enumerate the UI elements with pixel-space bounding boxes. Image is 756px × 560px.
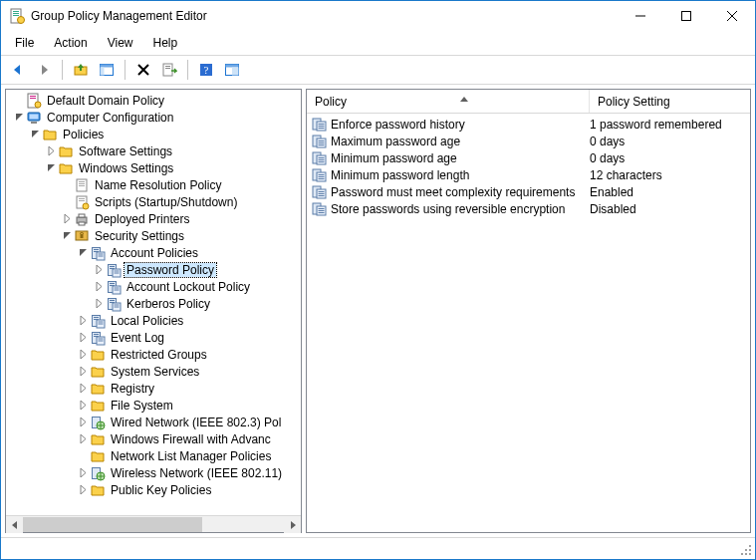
expander-closed-icon[interactable] (92, 265, 106, 274)
tree-row[interactable]: System Services (6, 363, 301, 380)
tree-row[interactable]: Kerberos Policy (6, 295, 301, 312)
expander-closed-icon[interactable] (76, 333, 90, 342)
tree-row[interactable]: Wireless Network (IEEE 802.11) (6, 464, 301, 481)
svg-rect-49 (115, 270, 120, 271)
list-row[interactable]: Minimum password length12 characters (307, 166, 750, 183)
list-row[interactable]: Enforce password history1 password remem… (307, 116, 750, 133)
menu-help[interactable]: Help (143, 33, 188, 53)
svg-rect-64 (94, 317, 99, 318)
svg-point-33 (83, 203, 89, 209)
tree-row[interactable]: Registry (6, 380, 301, 397)
filter-button[interactable] (220, 59, 244, 81)
tree-label: Security Settings (93, 229, 186, 243)
list-view[interactable]: Enforce password history1 password remem… (307, 114, 750, 532)
panes-icon (99, 62, 115, 78)
help-icon: ? (198, 62, 214, 78)
menu-action[interactable]: Action (44, 33, 97, 53)
expander-closed-icon[interactable] (76, 384, 90, 393)
tree-row[interactable]: Restricted Groups (6, 346, 301, 363)
tree-row[interactable]: Software Settings (6, 142, 301, 159)
list-row[interactable]: Password must meet complexity requiremen… (307, 183, 750, 200)
column-policy[interactable]: Policy (307, 90, 590, 113)
svg-rect-13 (165, 68, 170, 69)
tree-row[interactable]: Password Policy (6, 261, 301, 278)
svg-rect-86 (319, 140, 325, 141)
tree-row[interactable]: Policies (6, 126, 301, 142)
expander-closed-icon[interactable] (76, 485, 90, 494)
up-button[interactable] (69, 59, 93, 81)
tree-row[interactable]: Windows Settings (6, 159, 301, 176)
help-button[interactable]: ? (194, 59, 218, 81)
tree-row[interactable]: Default Domain Policy (6, 92, 301, 109)
horizontal-scrollbar[interactable] (6, 515, 301, 532)
back-button[interactable] (6, 59, 30, 81)
tree-row[interactable]: Scripts (Startup/Shutdown) (6, 193, 301, 210)
tree-row[interactable]: Account Lockout Policy (6, 278, 301, 295)
tree-row[interactable]: Event Log (6, 329, 301, 346)
expander-closed-icon[interactable] (76, 468, 90, 477)
tree-row[interactable]: Name Resolution Policy (6, 176, 301, 193)
tree-view[interactable]: Default Domain PolicyComputer Configurat… (6, 90, 301, 515)
tree-row[interactable]: Wired Network (IEEE 802.3) Pol (6, 414, 301, 430)
svg-rect-12 (165, 66, 170, 67)
expander-closed-icon[interactable] (76, 350, 90, 359)
expander-closed-icon[interactable] (44, 146, 58, 155)
menu-file[interactable]: File (5, 33, 44, 53)
scroll-left-arrow-icon[interactable] (6, 516, 23, 533)
forward-button[interactable] (32, 59, 56, 81)
svg-rect-36 (79, 222, 85, 225)
svg-rect-106 (319, 208, 325, 209)
expander-closed-icon[interactable] (76, 418, 90, 426)
show-hide-tree-button[interactable] (95, 59, 119, 81)
list-row[interactable]: Minimum password age0 days (307, 149, 750, 166)
svg-rect-17 (226, 65, 239, 68)
expander-closed-icon[interactable] (76, 367, 90, 376)
policy-value: 0 days (590, 135, 625, 148)
list-row[interactable]: Store passwords using reversible encrypt… (307, 200, 750, 217)
menu-view[interactable]: View (98, 33, 143, 53)
tree-row[interactable]: Local Policies (6, 312, 301, 329)
policy-name: Store passwords using reversible encrypt… (331, 202, 565, 216)
expander-open-icon[interactable] (60, 231, 74, 240)
tree-row[interactable]: Public Key Policies (6, 481, 301, 498)
tree-row[interactable]: Network List Manager Policies (6, 447, 301, 464)
close-button[interactable] (709, 1, 755, 31)
maximize-button[interactable] (663, 1, 709, 31)
delete-button[interactable] (131, 59, 155, 81)
folder-icon (58, 143, 74, 159)
tree-row[interactable]: Windows Firewall with Advanc (6, 430, 301, 447)
svg-rect-107 (319, 210, 325, 211)
list-header: Policy Policy Setting (307, 90, 750, 114)
list-row[interactable]: Maximum password age0 days (307, 133, 750, 149)
expander-closed-icon[interactable] (92, 282, 106, 291)
minimize-button[interactable] (618, 1, 663, 31)
scroll-right-arrow-icon[interactable] (284, 516, 301, 533)
setting-icon (311, 167, 327, 183)
tree-label: Account Policies (109, 246, 200, 260)
expander-open-icon[interactable] (76, 248, 90, 257)
expander-open-icon[interactable] (12, 113, 26, 122)
svg-rect-81 (319, 124, 325, 125)
svg-rect-61 (115, 304, 120, 305)
svg-rect-87 (319, 142, 325, 143)
resize-grip-icon[interactable] (741, 545, 753, 557)
tree-row[interactable]: Account Policies (6, 244, 301, 261)
expander-closed-icon[interactable] (76, 434, 90, 443)
tree-label: System Services (109, 365, 201, 379)
expander-closed-icon[interactable] (92, 299, 106, 308)
expander-closed-icon[interactable] (76, 401, 90, 410)
expander-open-icon[interactable] (28, 130, 42, 139)
folder-icon (90, 364, 106, 380)
scroll-thumb[interactable] (23, 517, 202, 532)
column-setting[interactable]: Policy Setting (590, 90, 739, 113)
tree-row[interactable]: Deployed Printers (6, 210, 301, 227)
export-button[interactable] (157, 59, 181, 81)
tree-row[interactable]: Computer Configuration (6, 109, 301, 126)
expander-open-icon[interactable] (44, 163, 58, 172)
expander-closed-icon[interactable] (76, 316, 90, 325)
tree-row[interactable]: File System (6, 397, 301, 414)
svg-rect-27 (79, 181, 85, 182)
expander-closed-icon[interactable] (60, 214, 74, 223)
tree-row[interactable]: Security Settings (6, 227, 301, 244)
folder-icon (90, 448, 106, 464)
